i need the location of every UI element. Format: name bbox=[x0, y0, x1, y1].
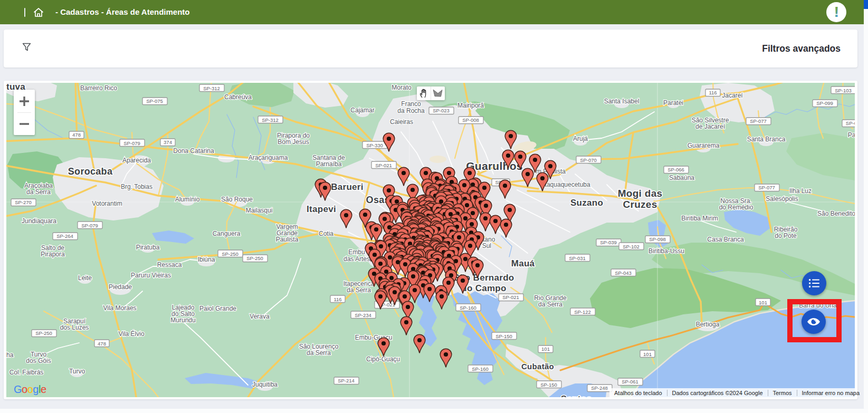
svg-text:SP-102: SP-102 bbox=[623, 244, 640, 249]
svg-text:Sabaúna: Sabaúna bbox=[669, 174, 694, 181]
svg-text:SP-021: SP-021 bbox=[502, 294, 519, 300]
svg-text:SP-250: SP-250 bbox=[35, 330, 52, 336]
svg-text:Araçariguama: Araçariguama bbox=[249, 154, 288, 161]
svg-text:SP-043: SP-043 bbox=[615, 270, 632, 276]
svg-text:Vila Élvio: Vila Élvio bbox=[118, 330, 144, 338]
svg-text:SP-066: SP-066 bbox=[667, 167, 684, 172]
svg-text:374: 374 bbox=[164, 139, 172, 145]
svg-text:Arujá: Arujá bbox=[573, 135, 588, 142]
svg-text:de Jacareí: de Jacareí bbox=[695, 123, 726, 130]
svg-text:Cabreúva: Cabreúva bbox=[224, 93, 252, 101]
svg-text:Barreiro Rico: Barreiro Rico bbox=[80, 84, 117, 92]
svg-text:Alumínio: Alumínio bbox=[175, 196, 200, 203]
svg-text:116: 116 bbox=[709, 90, 717, 95]
svg-text:SP-098: SP-098 bbox=[649, 236, 666, 242]
svg-text:SP-023: SP-023 bbox=[433, 108, 450, 113]
svg-text:101: 101 bbox=[759, 300, 767, 305]
svg-text:SP-234: SP-234 bbox=[355, 312, 371, 318]
svg-text:SP-077: SP-077 bbox=[750, 118, 767, 124]
svg-text:Parnaíba: Parnaíba bbox=[316, 160, 342, 168]
svg-text:Cipó-Guaçu: Cipó-Guaçu bbox=[366, 356, 400, 363]
svg-text:SP-160: SP-160 bbox=[472, 366, 489, 372]
svg-text:da Serra: da Serra bbox=[538, 301, 562, 308]
svg-text:da Serra: da Serra bbox=[26, 188, 51, 196]
svg-text:Biritiba Mirim: Biritiba Mirim bbox=[681, 215, 718, 222]
svg-text:SP-077: SP-077 bbox=[758, 185, 775, 190]
svg-text:Itaquaquecetuba: Itaquaquecetuba bbox=[543, 181, 590, 188]
svg-text:Bertioga: Bertioga bbox=[696, 321, 720, 328]
svg-text:Sorocaba: Sorocaba bbox=[68, 166, 113, 177]
svg-text:Mailasqui: Mailasqui bbox=[246, 207, 273, 214]
svg-text:SP-075: SP-075 bbox=[146, 98, 163, 104]
svg-text:Ilha Luz: Ilha Luz bbox=[789, 187, 812, 195]
svg-text:do Remédio: do Remédio bbox=[719, 204, 753, 211]
svg-text:Turvo: Turvo bbox=[69, 368, 85, 375]
svg-text:SP-264: SP-264 bbox=[56, 233, 73, 239]
svg-text:Guararema: Guararema bbox=[688, 142, 720, 149]
svg-text:SP-031: SP-031 bbox=[569, 255, 586, 261]
svg-text:da Serra: da Serra bbox=[347, 286, 371, 294]
svg-text:Paulista: Paulista bbox=[276, 236, 299, 243]
svg-text:das Artes: das Artes bbox=[344, 255, 370, 263]
svg-text:Piratuba: Piratuba bbox=[136, 244, 160, 251]
svg-text:Cubatão: Cubatão bbox=[521, 362, 554, 371]
svg-text:Col. Faibrás: Col. Faibrás bbox=[9, 369, 44, 376]
svg-text:SP-312: SP-312 bbox=[203, 85, 220, 91]
svg-text:SP-061: SP-061 bbox=[622, 379, 638, 385]
svg-text:Casa Branca: Casa Branca bbox=[707, 236, 744, 243]
svg-text:Aparecida: Aparecida bbox=[122, 157, 151, 164]
svg-text:SP-250: SP-250 bbox=[246, 255, 263, 261]
svg-text:101: 101 bbox=[643, 351, 652, 357]
svg-text:Piedade: Piedade bbox=[109, 283, 132, 291]
svg-text:Paratei: Paratei bbox=[663, 99, 683, 107]
svg-text:Murundu: Murundu bbox=[170, 316, 195, 324]
svg-text:Santa Branca: Santa Branca bbox=[747, 136, 786, 143]
svg-text:Votorantim: Votorantim bbox=[92, 200, 122, 207]
svg-text:SP-214: SP-214 bbox=[338, 378, 355, 383]
svg-text:Salesópolis: Salesópolis bbox=[766, 195, 798, 203]
svg-text:Verava: Verava bbox=[250, 313, 270, 320]
svg-text:Par: Par bbox=[848, 131, 855, 139]
svg-text:Leite: Leite bbox=[78, 274, 92, 282]
svg-text:Mogi das: Mogi das bbox=[618, 188, 663, 199]
svg-text:478: 478 bbox=[98, 341, 106, 347]
svg-text:Barueri: Barueri bbox=[331, 182, 364, 192]
svg-text:SP-070: SP-070 bbox=[580, 157, 597, 163]
svg-text:Mauá: Mauá bbox=[511, 258, 535, 268]
svg-text:Embu: Embu bbox=[348, 248, 365, 256]
svg-text:478: 478 bbox=[72, 132, 81, 138]
svg-text:Jacareí: Jacareí bbox=[722, 92, 743, 99]
svg-text:Ressaca: Ressaca bbox=[157, 261, 182, 268]
svg-text:Bom Jesus: Bom Jesus bbox=[278, 138, 309, 146]
svg-text:SP-248: SP-248 bbox=[591, 385, 608, 391]
svg-text:da Rocha: da Rocha bbox=[397, 107, 425, 114]
svg-text:Mairiporã: Mairiporã bbox=[457, 102, 484, 109]
svg-text:Vila Moraes: Vila Moraes bbox=[103, 304, 136, 312]
svg-text:do Campo: do Campo bbox=[461, 283, 507, 293]
svg-text:Dona Catarina: Dona Catarina bbox=[173, 147, 214, 155]
svg-text:Pirapora: Pirapora bbox=[41, 251, 65, 258]
svg-text:SP-270: SP-270 bbox=[15, 199, 32, 205]
svg-text:da Serra: da Serra bbox=[307, 349, 331, 357]
svg-text:Caieiras: Caieiras bbox=[390, 118, 413, 126]
svg-text:SP-079: SP-079 bbox=[123, 140, 140, 146]
svg-text:Santa Isabel: Santa Isabel bbox=[604, 98, 640, 105]
svg-text:Cruzes: Cruzes bbox=[623, 199, 657, 210]
svg-text:SP-150: SP-150 bbox=[540, 382, 557, 388]
svg-text:Biritiba-Ussu: Biritiba-Ussu bbox=[648, 247, 684, 255]
svg-text:Brg. Tobias: Brg. Tobias bbox=[121, 183, 152, 190]
svg-text:116: 116 bbox=[333, 296, 341, 302]
svg-text:101: 101 bbox=[541, 346, 550, 352]
svg-text:SP-07: SP-07 bbox=[846, 120, 855, 126]
svg-text:Juquitiba: Juquitiba bbox=[252, 381, 278, 388]
svg-text:São Roque: São Roque bbox=[221, 196, 253, 203]
svg-text:SP-150: SP-150 bbox=[495, 333, 512, 339]
svg-text:SP-039: SP-039 bbox=[600, 239, 617, 245]
svg-text:dos Luzes: dos Luzes bbox=[60, 324, 89, 331]
svg-text:SP-021: SP-021 bbox=[375, 162, 392, 168]
svg-text:dos Góis: dos Góis bbox=[26, 357, 51, 364]
svg-text:Suzano: Suzano bbox=[570, 198, 603, 208]
svg-text:SP-312: SP-312 bbox=[262, 117, 279, 123]
svg-text:Santos: Santos bbox=[561, 394, 592, 397]
svg-text:Canguera: Canguera bbox=[213, 230, 241, 237]
